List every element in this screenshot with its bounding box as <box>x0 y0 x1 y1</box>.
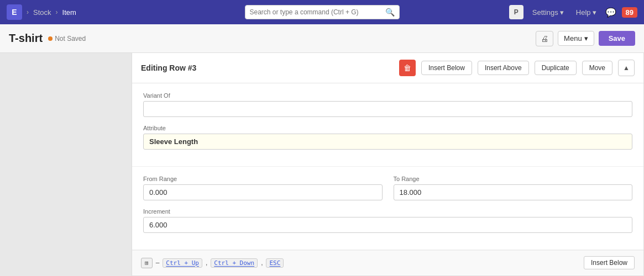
menu-dropdown-icon: ▾ <box>584 34 588 43</box>
attribute-group: Attribute <box>143 125 632 150</box>
increment-input[interactable] <box>143 217 632 233</box>
footer-comma-2: , <box>261 259 263 267</box>
page-title: T-shirt <box>9 32 43 45</box>
increment-group: Increment <box>143 208 632 233</box>
settings-button[interactable]: Settings ▾ <box>529 6 567 19</box>
subheader-actions: 🖨 Menu ▾ Save <box>536 31 635 46</box>
count-badge: 89 <box>622 7 637 18</box>
insert-above-button[interactable]: Insert Above <box>478 61 529 75</box>
settings-dropdown-icon: ▾ <box>560 8 564 17</box>
to-range-input[interactable] <box>394 184 633 200</box>
attribute-input[interactable] <box>143 134 632 150</box>
unsaved-dot-icon <box>48 36 53 41</box>
left-panel <box>0 53 132 276</box>
p-badge[interactable]: P <box>509 5 523 19</box>
search-input[interactable] <box>250 8 382 16</box>
breadcrumb-sep-2: › <box>56 8 58 16</box>
breadcrumb-sep-1: › <box>27 8 29 16</box>
help-button[interactable]: Help ▾ <box>573 6 600 19</box>
print-button[interactable]: 🖨 <box>536 31 553 46</box>
to-range-label: To Range <box>394 176 633 182</box>
from-range-label: From Range <box>143 176 383 182</box>
increment-label: Increment <box>143 208 632 215</box>
main-content: Editing Row #3 🗑 Insert Below Insert Abo… <box>0 53 644 276</box>
footer-comma-1: , <box>206 259 207 267</box>
nav-right: P Settings ▾ Help ▾ 💬 89 <box>509 5 637 19</box>
variant-of-input[interactable] <box>143 101 632 117</box>
editing-header: Editing Row #3 🗑 Insert Below Insert Abo… <box>132 53 643 83</box>
print-icon: 🖨 <box>541 34 548 43</box>
editing-title: Editing Row #3 <box>141 63 394 72</box>
app-icon[interactable]: E <box>7 4 22 20</box>
insert-below-button[interactable]: Insert Below <box>421 61 472 75</box>
subheader: T-shirt Not Saved 🖨 Menu ▾ Save <box>0 24 644 53</box>
duplicate-button[interactable]: Duplicate <box>535 61 577 75</box>
footer-dash: – <box>156 259 160 267</box>
top-navigation: E › Stock › Item 🔍 P Settings ▾ Help ▾ 💬… <box>0 0 644 24</box>
esc-shortcut[interactable]: ESC <box>266 258 284 268</box>
not-saved-label: Not Saved <box>55 35 86 43</box>
ctrl-down-shortcut[interactable]: Ctrl + Down <box>211 258 258 268</box>
range-row: From Range To Range <box>143 176 632 208</box>
delete-button[interactable]: 🗑 <box>399 60 416 76</box>
attribute-label: Attribute <box>143 125 632 131</box>
move-button[interactable]: Move <box>582 61 612 75</box>
search-icon: 🔍 <box>385 8 395 17</box>
editing-panel: Editing Row #3 🗑 Insert Below Insert Abo… <box>132 53 644 276</box>
to-range-group: To Range <box>394 176 633 200</box>
help-dropdown-icon: ▾ <box>593 8 596 17</box>
insert-below-footer-button[interactable]: Insert Below <box>584 256 635 269</box>
form-section-range: From Range To Range Increment <box>132 167 643 250</box>
form-section-top: Variant Of Attribute <box>132 83 643 167</box>
from-range-input[interactable] <box>143 184 383 200</box>
not-saved-badge: Not Saved <box>48 35 86 43</box>
ctrl-up-shortcut[interactable]: Ctrl + Up <box>163 258 202 268</box>
variant-of-group: Variant Of <box>143 92 632 117</box>
from-range-group: From Range <box>143 176 383 200</box>
collapse-button[interactable]: ▲ <box>618 60 635 76</box>
notification-button[interactable]: 💬 <box>605 7 616 18</box>
breadcrumb-item[interactable]: Item <box>62 8 76 17</box>
trash-icon: 🗑 <box>404 63 411 72</box>
variant-of-label: Variant Of <box>143 92 632 99</box>
collapse-icon: ▲ <box>623 64 630 72</box>
search-bar[interactable]: 🔍 <box>245 5 400 19</box>
chat-icon: 💬 <box>605 8 616 17</box>
footer-right: Insert Below <box>584 256 635 269</box>
save-button[interactable]: Save <box>599 31 635 46</box>
breadcrumb-stock[interactable]: Stock <box>33 8 51 17</box>
grid-icon: ⊞ <box>141 258 153 268</box>
menu-button[interactable]: Menu ▾ <box>558 31 594 46</box>
editing-footer: ⊞ – Ctrl + Up , Ctrl + Down , ESC Insert… <box>132 250 643 275</box>
